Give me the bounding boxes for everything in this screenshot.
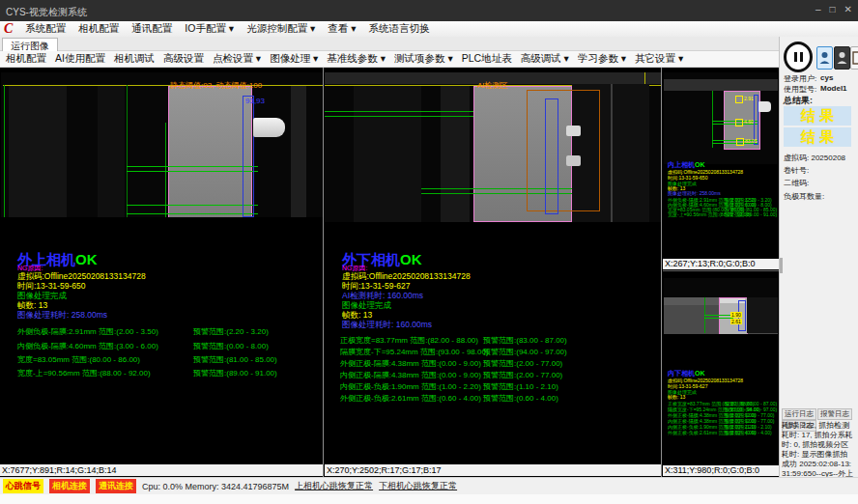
pause-button[interactable] [784,42,813,71]
tool-camera-config[interactable]: 相机配置 [6,52,46,66]
close-icon[interactable]: ✕ [844,4,852,14]
camera-image-inner-upper: 2.91 4.60 83.05 [664,72,778,164]
roi-rect-blue [243,96,254,217]
measure-row: 内侧正极-隔膜:4.38mm 范围:(0.00 - 9.00) [340,370,481,380]
menu-io-config[interactable]: IO手配置 ▾ [185,22,234,36]
status-bar: 心跳信号 相机连接 通讯连接 Cpu: 0.0% Memory: 3424.41… [0,477,858,494]
time-line: 时间:13-31-59-650 [17,281,85,291]
overlay-yellow-line [3,85,323,86]
camera-image-inner-lower: 1.90 2.61 [664,278,778,334]
tool-test-params[interactable]: 测试项参数 ▾ [394,52,453,66]
tool-other-settings[interactable]: 其它设置 ▾ [635,52,683,66]
measure-row: 外侧正极-负极:2.61mm 范围:(0.60 - 4.00) [340,393,481,404]
maximize-icon[interactable]: □ [830,4,836,14]
image-stripe [354,86,421,222]
app-window: CYS-视觉检测系统 – □ ✕ C 系统配置 相机配置 通讯配置 IO手配置 … [0,0,858,504]
warn-range: 预警范围:(1.10 - 2.10) [483,381,558,392]
tool-advanced-settings[interactable]: 高级设置 [163,52,204,66]
logout-user-button[interactable] [834,46,850,70]
overlay-green-line [325,116,484,117]
frame-count-line: 帧数: 13 [342,310,372,320]
login-user-button[interactable] [816,46,833,70]
exit-button[interactable] [850,46,858,70]
tool-baseline-params[interactable]: 基准线参数 ▾ [327,52,386,66]
tool-spot-check[interactable]: 点检设置 ▾ [213,52,261,66]
camera-connection-badge: 相机连接 [49,479,90,493]
user-icon [819,51,830,65]
measure-row: 宽度=83.05mm 范围:(80.00 - 86.00) [17,354,140,365]
camera-view-inner-upper[interactable]: 2.91 4.60 83.05 内上相机OK 虚拟码:Offline202502… [663,68,779,271]
menu-system-config[interactable]: 系统配置 [25,22,66,36]
camera-name: 内下相机 [668,370,695,377]
tool-ai-config[interactable]: AI使用配置 [55,52,105,66]
annotation-label: 4.60 [744,119,754,125]
virtual-code-line: 虚拟码: 20250208 [784,153,845,163]
result-ok-badge: OK [400,251,422,267]
cpu-memory-readout: Cpu: 0.0% Memory: 3424.41796875M [142,482,289,491]
exit-door-icon [852,51,858,65]
annotation-box [735,96,743,103]
camera-view-outer-lower[interactable]: AI检测区 外下相机OK NG原因: 虚拟码:Offline2025020813… [325,68,662,477]
measure-row: 外侧负极-隔膜:2.91mm 范围:(2.00 - 3.50) [17,326,158,337]
menu-comm-config[interactable]: 通讯配置 [131,22,172,36]
menu-language-switch[interactable]: 系统语言切换 [369,22,430,36]
annotation-label: 2.91 [744,96,754,101]
tool-camera-debug[interactable]: 相机调试 [114,52,155,66]
annotation-label: 1.90 [730,312,742,318]
highlight-blob [566,126,581,136]
pixel-coords-readout: X:270;Y:2502;R:17;G:17;B:17 [325,464,661,476]
frame-count-line: 帧数: 13 [668,394,685,400]
overlay-green-line [165,123,166,217]
image-stripe [441,86,470,222]
toolbar: 相机配置 AI使用配置 相机调试 高级设置 点检设置 ▾ 图像处理 ▾ 基准线参… [0,51,779,68]
camera-view-inner-lower[interactable]: 1.90 2.61 内下相机OK 虚拟码:Offline202502081331… [663,272,779,477]
pixel-coords-readout: X:267;Y:13;R:0;G:0;B:0 [663,259,779,269]
image-stripe [98,86,125,217]
elapsed-line: 图像处理耗时: 258.00ms [17,310,107,320]
menu-light-config[interactable]: 光源控制配置 ▾ [246,22,315,36]
result-badge-2: 结 果 [784,127,851,147]
electrode-tab [253,118,285,137]
machine-part-edge [611,84,613,222]
menu-view[interactable]: 查看 ▾ [328,22,356,36]
result-badge-1: 结 果 [784,106,851,126]
measure-row: 隔膜宽度-下=95.24mm 范围:(93.00 - 98.00) [340,347,489,357]
overlay-green-line [325,111,484,112]
roi-rect-blue [545,98,558,214]
warn-range: 预警范围:(81.00 - 85.00) [193,354,277,365]
warn-range: 预警范围:(2.00 - 77.00) [483,370,562,380]
ai-elapsed-line: AI检测耗时: 160.00ms [342,291,423,300]
splitter-handle[interactable] [780,258,783,273]
overlay-green-line [704,318,733,319]
menu-bar: C 系统配置 相机配置 通讯配置 IO手配置 ▾ 光源控制配置 ▾ 查看 ▾ 系… [0,21,858,37]
time-line: 时间:13-31-59-627 [342,281,410,291]
electrode-tab [758,101,771,112]
warn-range: 预警范围:(0.00 - 8.00) [193,341,269,351]
tool-image-process[interactable]: 图像处理 ▾ [270,52,318,66]
camera-view-outer-upper[interactable]: 静态阈值:93, 动态阈值:100 93,93 外上相机OK NG原因: 虚拟码… [0,68,324,477]
main-area: 静态阈值:93, 动态阈值:100 93,93 外上相机OK NG原因: 虚拟码… [0,68,779,477]
log-tab-run[interactable]: 运行日志 [782,408,816,420]
menu-camera-config[interactable]: 相机配置 [78,22,119,36]
window-bottom-edge [0,494,858,504]
highlight-blob [566,155,581,166]
tool-advanced-debug[interactable]: 高级调试 ▾ [521,52,569,66]
log-tab-alarm[interactable]: 报警日志 [817,408,852,420]
annotation-box [736,138,744,146]
tab-strip: 运行图像 [0,37,779,51]
tool-plc-table[interactable]: PLC地址表 [462,52,512,66]
elapsed-line: 图像处理耗时: 160.00ms [342,320,432,329]
roi-rect-orange [527,90,600,211]
log-text[interactable]: 耗时: 222, 抓拍检测耗时: 17, 抓拍分系耗时: 0, 抓拍视频分区耗时… [782,421,855,479]
user-dark-icon [837,51,847,65]
result-ok-badge: OK [695,370,705,377]
lower-camera-heartbeat-msg: 下相机心跳恢复正常 [379,480,457,492]
warn-range: 预警范围:(89.00 - 91.00) [725,211,777,217]
ai-region-label: AI检测区 [477,80,508,91]
warn-range: 预警范围:(2.00 - 77.00) [483,358,562,369]
title-bar: CYS-视觉检测系统 – □ ✕ [0,0,858,21]
measure-row: 内侧负极-隔膜:4.60mm 范围:(3.00 - 6.00) [17,341,158,351]
warn-range: 预警范围:(94.00 - 97.00) [483,347,567,357]
tool-learn-params[interactable]: 学习参数 ▾ [578,52,626,66]
minimize-icon[interactable]: – [815,4,821,14]
